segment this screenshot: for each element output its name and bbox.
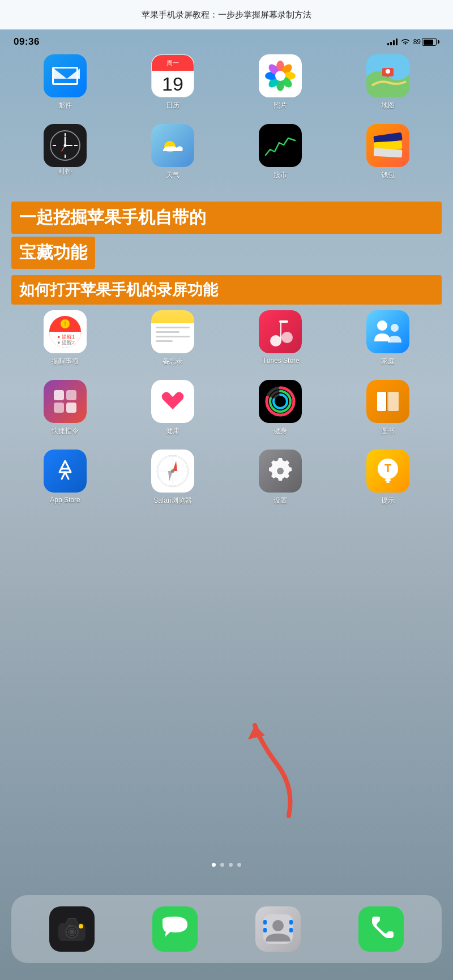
- app-stocks[interactable]: 股市: [255, 124, 306, 180]
- contacts-svg: [263, 914, 293, 944]
- status-time: 09:36: [14, 36, 40, 48]
- svg-point-13: [386, 69, 390, 74]
- health-svg: [158, 387, 187, 416]
- svg-point-73: [79, 924, 83, 928]
- safari-icon: [151, 450, 194, 493]
- shortcuts-icon: [44, 380, 87, 423]
- status-icons: 89: [387, 38, 439, 46]
- page-indicators: [0, 863, 453, 867]
- dock-phone[interactable]: [358, 906, 404, 952]
- contacts-icon: [255, 906, 301, 952]
- dock: [11, 895, 442, 963]
- app-shortcuts[interactable]: 快捷指令: [40, 380, 91, 436]
- svg-point-71: [70, 930, 74, 934]
- messages-svg: [160, 914, 190, 944]
- phone-icon: [358, 906, 404, 952]
- app-shortcuts-label: 快捷指令: [52, 426, 79, 436]
- app-health-label: 健康: [166, 426, 180, 436]
- app-row-2: 时钟 天气 股市: [11, 124, 442, 180]
- weather-icon: [151, 124, 194, 167]
- app-mail[interactable]: 邮件: [40, 54, 91, 110]
- dock-contacts[interactable]: [255, 906, 301, 952]
- app-tips[interactable]: T 提示: [362, 450, 413, 506]
- app-books-label: 图书: [381, 426, 395, 436]
- app-settings[interactable]: 设置: [255, 450, 306, 506]
- status-bar: 09:36 89: [0, 29, 453, 54]
- books-svg: [374, 388, 402, 414]
- dock-camera[interactable]: [49, 906, 95, 952]
- settings-icon: [259, 450, 302, 493]
- svg-point-72: [69, 925, 71, 927]
- svg-point-9: [275, 71, 285, 81]
- calendar-date: 19: [162, 73, 183, 95]
- stocks-icon: [264, 132, 296, 159]
- fitness-svg: [264, 385, 297, 418]
- wifi-icon: [401, 38, 410, 45]
- family-svg: [372, 318, 404, 346]
- svg-rect-47: [377, 392, 386, 411]
- app-weather[interactable]: 天气: [147, 124, 198, 180]
- appstore-icon: [44, 450, 87, 493]
- page-dot-3: [229, 863, 233, 867]
- app-fitness-label: 健身: [273, 426, 287, 436]
- svg-rect-77: [263, 928, 267, 932]
- app-safari[interactable]: Safari浏览器: [147, 450, 198, 506]
- app-settings-label: 设置: [273, 496, 287, 506]
- svg-rect-48: [387, 392, 399, 411]
- app-clock[interactable]: 时钟: [40, 124, 91, 180]
- svg-rect-34: [280, 320, 281, 341]
- article-title: 苹果手机录屏教程：一步步掌握屏幕录制方法: [142, 10, 311, 20]
- wallet-icon: [374, 134, 402, 157]
- app-family-label: 家庭: [381, 357, 395, 366]
- app-family[interactable]: 家庭: [362, 310, 413, 366]
- svg-rect-64: [386, 481, 390, 483]
- svg-rect-38: [66, 390, 76, 400]
- svg-text:T: T: [384, 462, 391, 474]
- overlay-line1: 一起挖掘苹果手机自带的: [11, 202, 442, 234]
- app-reminders[interactable]: ! ● 提醒1 ● 提醒2 提醒事项: [40, 310, 91, 366]
- app-maps[interactable]: 地图: [362, 54, 413, 110]
- svg-point-75: [272, 920, 284, 931]
- svg-rect-49: [386, 392, 388, 411]
- settings-svg: [266, 457, 294, 485]
- app-calendar-label: 日历: [166, 101, 180, 110]
- app-health[interactable]: 健康: [147, 380, 198, 436]
- svg-rect-63: [385, 479, 391, 481]
- app-notes-label: 备忘录: [163, 357, 183, 366]
- itunes-svg: [267, 317, 294, 346]
- svg-point-22: [64, 144, 67, 147]
- mail-envelope-icon: [52, 67, 78, 85]
- app-fitness[interactable]: 健身: [255, 380, 306, 436]
- svg-text:● 提醒2: ● 提醒2: [57, 340, 75, 345]
- app-weather-label: 天气: [166, 170, 180, 180]
- svg-marker-66: [248, 725, 265, 739]
- app-photos[interactable]: 照片: [255, 54, 306, 110]
- page-dot-4: [237, 863, 241, 867]
- family-icon: [366, 310, 409, 353]
- camera-svg: [57, 916, 87, 942]
- app-wallet[interactable]: 钱包: [362, 124, 413, 180]
- app-calendar[interactable]: 周一 19 日历: [147, 54, 198, 110]
- phone-svg: [366, 914, 396, 944]
- app-books[interactable]: 图书: [362, 380, 413, 436]
- dock-messages[interactable]: [152, 906, 198, 952]
- app-notes[interactable]: 备忘录: [147, 310, 198, 366]
- overlay-line3: 如何打开苹果手机的录屏功能: [11, 275, 442, 305]
- safari-svg: [155, 453, 190, 489]
- app-safari-label: Safari浏览器: [153, 496, 191, 506]
- app-row-5: App Store: [11, 450, 442, 506]
- messages-icon: [152, 906, 198, 952]
- weather-svg: [159, 134, 187, 157]
- svg-rect-39: [54, 403, 64, 413]
- app-appstore-label: App Store: [50, 496, 80, 504]
- svg-line-51: [62, 472, 65, 479]
- reminders-icon: ! ● 提醒1 ● 提醒2: [44, 310, 87, 353]
- app-itunes[interactable]: iTunes Store: [255, 310, 306, 366]
- app-appstore[interactable]: App Store: [40, 450, 91, 506]
- reminders-svg: ! ● 提醒1 ● 提醒2: [49, 316, 81, 348]
- photos-icon: [262, 58, 298, 94]
- page-dot-1: [212, 863, 216, 867]
- red-arrow: [243, 720, 311, 821]
- tips-svg: T: [375, 456, 401, 486]
- app-clock-label: 时钟: [58, 167, 72, 177]
